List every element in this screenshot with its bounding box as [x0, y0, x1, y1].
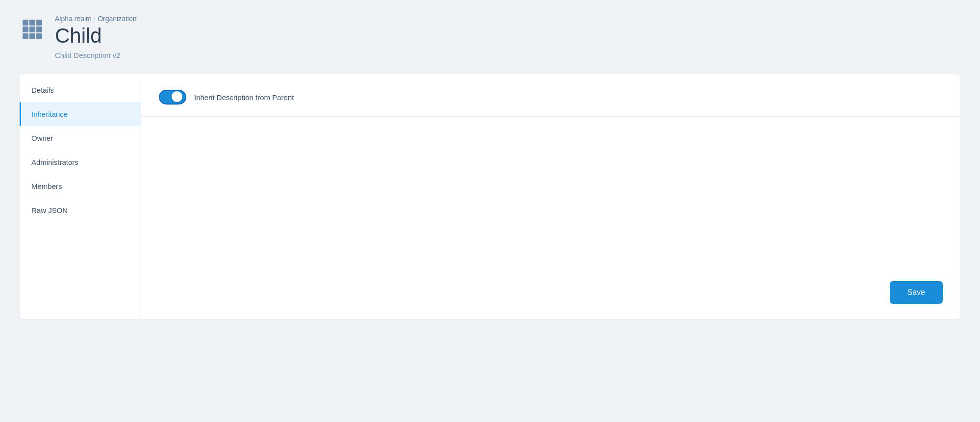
sidebar-item-details[interactable]: Details [20, 78, 141, 102]
svg-rect-8 [36, 33, 42, 39]
sidebar-item-raw-json[interactable]: Raw JSON [20, 198, 141, 222]
main-panel: Details Inheritance Owner Administrators… [20, 74, 960, 319]
svg-rect-6 [23, 33, 28, 39]
sidebar-item-inheritance[interactable]: Inheritance [20, 102, 141, 126]
save-button[interactable]: Save [890, 281, 943, 304]
toggle-row: Inherit Description from Parent [159, 90, 943, 105]
svg-rect-1 [29, 20, 35, 26]
org-icon [20, 17, 45, 42]
sidebar-item-owner[interactable]: Owner [20, 126, 141, 150]
page-title: Child [55, 25, 137, 47]
inherit-description-toggle[interactable] [159, 90, 186, 105]
breadcrumb: Alpha realm - Organization [55, 15, 137, 23]
content-area: Inherit Description from Parent Save [141, 74, 960, 319]
svg-rect-5 [36, 26, 42, 32]
save-row: Save [159, 132, 943, 304]
svg-rect-4 [29, 26, 35, 32]
svg-rect-3 [23, 26, 28, 32]
svg-rect-7 [29, 33, 35, 39]
sidebar-item-administrators[interactable]: Administrators [20, 150, 141, 174]
divider [141, 116, 960, 117]
toggle-label: Inherit Description from Parent [194, 93, 294, 102]
svg-rect-0 [23, 20, 28, 26]
svg-rect-2 [36, 20, 42, 26]
page-description: Child Description v2 [55, 51, 137, 59]
sidebar-item-members[interactable]: Members [20, 174, 141, 198]
page-header: Alpha realm - Organization Child Child D… [20, 15, 960, 59]
sidebar-nav: Details Inheritance Owner Administrators… [20, 74, 141, 319]
